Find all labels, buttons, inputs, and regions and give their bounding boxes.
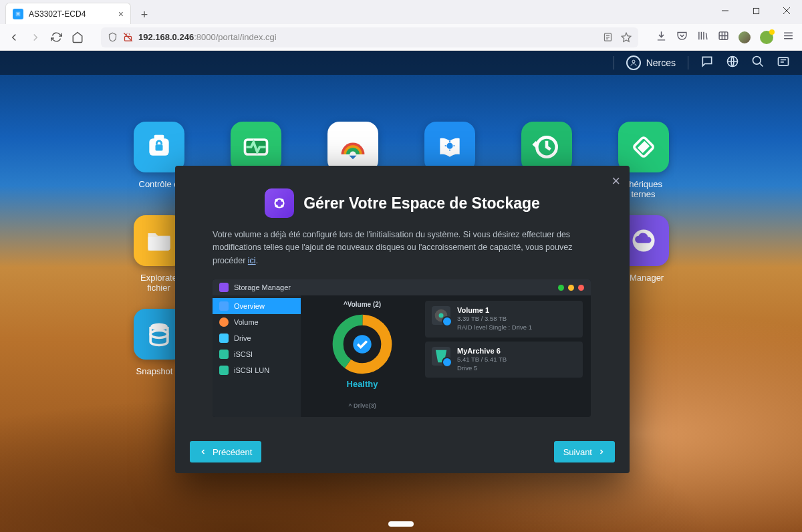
myarchive-icon <box>432 347 450 366</box>
tab-title: AS3302T-ECD4 <box>29 9 86 19</box>
user-icon <box>626 55 641 70</box>
search-icon[interactable] <box>751 55 765 71</box>
volume-name: Volume 1 <box>457 306 532 314</box>
donut-chart-icon <box>330 312 394 376</box>
volume-section-label: ^Volume (2) <box>309 301 416 308</box>
browser-toolbar: 192.168.0.246:8000/portal/index.cgi <box>0 24 802 51</box>
app-menu-button[interactable] <box>783 30 794 44</box>
sidebar-item-drive[interactable]: Drive <box>213 330 301 346</box>
sidebar-icon[interactable] <box>718 30 729 44</box>
adm-desktop: Nerces Contrôle d phé <box>0 51 802 532</box>
app-label: Explorate fichier <box>140 273 177 293</box>
window-minimize-button[interactable] <box>710 0 741 21</box>
volume-size: 3.39 TB / 3.58 TB <box>457 314 532 323</box>
storage-wizard-modal: × Gérer Votre Espace de Stockage Votre v… <box>175 166 630 473</box>
sidebar-item-iscsi[interactable]: iSCSI <box>213 346 301 362</box>
traffic-green-icon <box>558 285 564 291</box>
usb-icon <box>618 122 669 172</box>
back-button[interactable] <box>8 31 20 43</box>
iscsi-icon <box>219 350 229 359</box>
url-bar[interactable]: 192.168.0.246:8000/portal/index.cgi <box>101 27 638 47</box>
svg-point-20 <box>275 199 278 202</box>
volume-name: MyArchive 6 <box>457 347 507 355</box>
reload-button[interactable] <box>51 31 62 43</box>
reader-icon[interactable] <box>603 32 613 42</box>
svg-point-29 <box>439 313 444 318</box>
shield-icon <box>108 32 118 42</box>
modal-title: Gérer Votre Espace de Stockage <box>303 194 540 213</box>
app-label: Contrôle d <box>139 179 179 189</box>
volume-icon <box>219 317 229 327</box>
svg-point-4 <box>632 60 635 63</box>
browser-chrome: AS3302T-ECD4 × + 192.168.0.246:8000/port… <box>0 0 802 51</box>
library-icon[interactable] <box>697 30 708 44</box>
traffic-lights <box>558 285 584 291</box>
sm-logo-icon <box>219 283 229 292</box>
sm-titlebar: Storage Manager <box>213 279 591 295</box>
new-tab-button[interactable]: + <box>135 5 154 24</box>
volume-disk-icon <box>432 306 450 325</box>
adm-topbar: Nerces <box>0 51 802 75</box>
modal-footer: Précédent Suivant <box>175 430 630 473</box>
sm-window-title: Storage Manager <box>234 283 291 291</box>
url-text: 192.168.0.246:8000/portal/index.cgi <box>138 32 277 42</box>
insecure-icon <box>123 32 133 42</box>
window-maximize-button[interactable] <box>741 0 771 21</box>
toolbar-right <box>656 30 794 44</box>
sm-main: ^Volume (2) Healthy ^ Drive(3) <box>301 295 591 417</box>
volume-card[interactable]: MyArchive 6 5.41 TB / 5.41 TB Drive 5 <box>425 342 583 378</box>
book-icon <box>424 122 475 172</box>
downloads-icon[interactable] <box>656 30 667 44</box>
pocket-icon[interactable] <box>676 30 688 44</box>
forward-button[interactable] <box>29 31 41 43</box>
tab-close-icon[interactable]: × <box>118 9 124 19</box>
extension-icon[interactable] <box>760 31 773 44</box>
drive-section-label: ^ Drive(3) <box>309 402 416 409</box>
rainbow-icon <box>327 122 378 172</box>
heartbeat-icon <box>231 122 281 172</box>
settings-icon[interactable] <box>777 55 790 71</box>
volume-drive: Drive 5 <box>457 364 507 372</box>
modal-description: Votre volume a déjà été configuré lors d… <box>175 229 630 267</box>
modal-close-button[interactable]: × <box>612 172 620 190</box>
chevron-right-icon <box>597 448 606 456</box>
globe-icon[interactable] <box>726 55 739 71</box>
badge-icon <box>134 122 184 172</box>
home-button[interactable] <box>72 31 84 43</box>
volume-raid: RAID level Single : Drive 1 <box>457 323 532 331</box>
sidebar-item-iscsi-lun[interactable]: iSCSI LUN <box>213 362 301 378</box>
health-status: Healthy <box>309 379 416 389</box>
volume-size: 5.41 TB / 5.41 TB <box>457 355 507 364</box>
drive-icon <box>219 334 229 343</box>
previous-button[interactable]: Précédent <box>190 441 261 462</box>
sidebar-item-volume[interactable]: Volume <box>213 314 301 330</box>
next-button[interactable]: Suivant <box>554 441 615 462</box>
storage-manager-icon <box>265 188 294 218</box>
svg-point-6 <box>753 57 761 65</box>
favicon-icon <box>13 9 23 19</box>
iscsi-lun-icon <box>219 366 229 375</box>
profile-avatar-icon[interactable] <box>739 31 751 43</box>
here-link[interactable]: ici <box>248 256 256 265</box>
chat-icon[interactable] <box>700 55 714 71</box>
bookmark-star-icon[interactable] <box>621 32 632 43</box>
user-menu[interactable]: Nerces <box>626 55 676 70</box>
restore-icon <box>521 122 572 172</box>
volume-card[interactable]: Volume 1 3.39 TB / 3.58 TB RAID level Si… <box>425 301 583 338</box>
svg-rect-15 <box>639 143 648 152</box>
browser-tab[interactable]: AS3302T-ECD4 × <box>5 3 131 24</box>
svg-point-21 <box>281 199 283 202</box>
svg-point-12 <box>446 143 452 149</box>
home-indicator[interactable] <box>388 521 414 527</box>
window-close-button[interactable] <box>771 0 802 21</box>
svg-rect-9 <box>154 135 164 140</box>
overview-icon <box>219 301 229 311</box>
svg-point-18 <box>150 331 168 338</box>
svg-point-22 <box>275 205 278 207</box>
tab-bar: AS3302T-ECD4 × + <box>0 0 802 24</box>
modal-header: Gérer Votre Espace de Stockage <box>175 166 630 229</box>
sidebar-item-overview[interactable]: Overview <box>213 298 301 314</box>
sm-sidebar: Overview Volume Drive iSCSI iSCSI LUN <box>213 295 301 417</box>
svg-rect-10 <box>155 144 162 150</box>
svg-point-23 <box>281 205 283 207</box>
